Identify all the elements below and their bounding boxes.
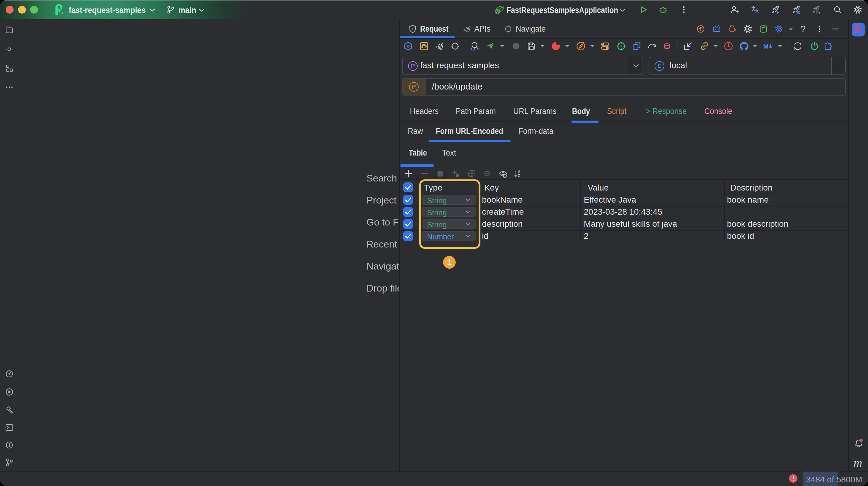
svg-text:A: A [755,8,759,14]
svg-text:Z: Z [518,174,520,178]
svg-text:M: M [763,43,769,50]
svg-text:A: A [518,170,521,174]
